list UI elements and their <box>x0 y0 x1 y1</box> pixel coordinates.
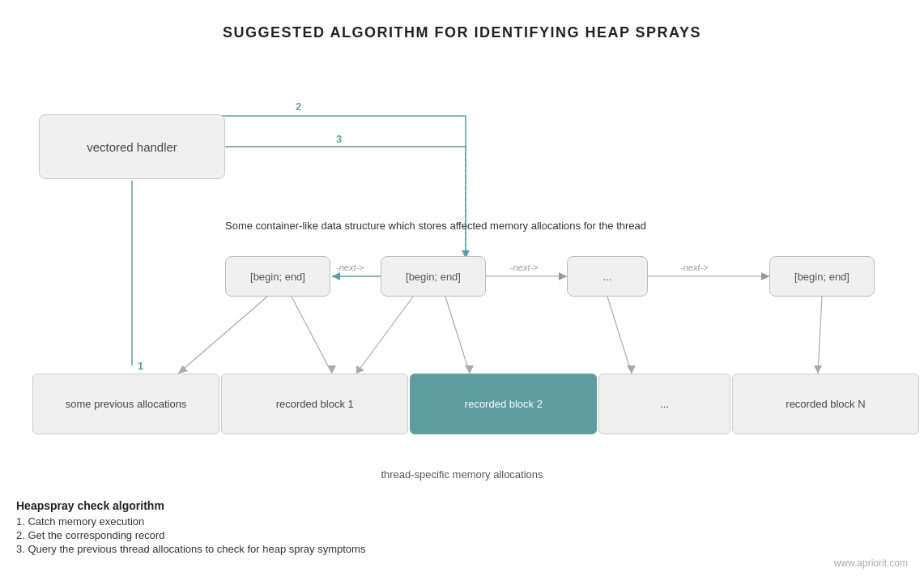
watermark: www.apriorit.com <box>834 558 908 569</box>
svg-text:3: 3 <box>336 133 342 145</box>
svg-marker-25 <box>465 365 474 374</box>
memory-blocks-row: some previous allocations recorded block… <box>32 374 919 434</box>
svg-marker-21 <box>328 365 336 374</box>
algorithm-item-2: 2. Get the corresponding record <box>16 529 908 541</box>
svg-text:-next->: -next-> <box>680 263 709 272</box>
svg-line-28 <box>607 297 632 374</box>
vectored-handler-label: vectored handler <box>87 140 177 154</box>
diagram-area: 2 3 1 -next-> -next-> -next-> <box>16 49 908 503</box>
svg-text:-next->: -next-> <box>336 263 364 272</box>
node2-label: [begin; end] <box>406 271 461 283</box>
mem-block-rec1: recorded block 1 <box>221 374 408 434</box>
mem-block-dots: ... <box>598 374 730 434</box>
node-3: ... <box>567 256 648 297</box>
svg-marker-19 <box>178 365 188 374</box>
mem-label-dots: ... <box>660 398 669 410</box>
algorithm-list: 1. Catch memory execution 2. Get the cor… <box>16 515 908 555</box>
svg-line-26 <box>818 297 822 374</box>
svg-marker-10 <box>332 272 340 280</box>
mem-label-rec1: recorded block 1 <box>276 398 354 410</box>
svg-text:-next->: -next-> <box>510 263 539 272</box>
diagram-container: SUGGESTED ALGORITHM FOR IDENTIFYING HEAP… <box>0 0 924 581</box>
svg-line-20 <box>292 297 332 374</box>
node1-label: [begin; end] <box>250 271 305 283</box>
svg-line-22 <box>356 297 413 374</box>
container-label: Some container-like data structure which… <box>225 220 752 232</box>
node4-label: [begin; end] <box>794 271 849 283</box>
mem-block-prev-alloc: some previous allocations <box>32 374 219 434</box>
main-title: SUGGESTED ALGORITHM FOR IDENTIFYING HEAP… <box>16 16 908 41</box>
thread-label: thread-specific memory allocations <box>16 468 908 481</box>
mem-label-recN: recorded block N <box>786 398 865 410</box>
mem-block-rec2: recorded block 2 <box>410 374 597 434</box>
mem-label-rec2: recorded block 2 <box>465 398 543 410</box>
mem-block-recN: recorded block N <box>732 374 919 434</box>
svg-text:2: 2 <box>296 100 301 113</box>
svg-text:1: 1 <box>138 360 143 372</box>
svg-marker-16 <box>761 272 769 280</box>
svg-marker-13 <box>559 272 567 280</box>
bottom-section: Heapspray check algorithm 1. Catch memor… <box>16 499 908 557</box>
vectored-handler-box: vectored handler <box>39 114 225 179</box>
algorithm-title: Heapspray check algorithm <box>16 499 908 512</box>
algorithm-item-3: 3. Query the previous thread allocations… <box>16 543 908 555</box>
svg-line-18 <box>178 297 267 374</box>
mem-label-prev: some previous allocations <box>66 398 187 410</box>
svg-marker-23 <box>356 365 364 374</box>
svg-line-24 <box>445 297 470 374</box>
node3-label: ... <box>603 271 612 283</box>
node-4: [begin; end] <box>769 256 875 297</box>
algorithm-item-1: 1. Catch memory execution <box>16 515 908 528</box>
svg-marker-29 <box>627 365 636 374</box>
node-2: [begin; end] <box>381 256 486 297</box>
node-1: [begin; end] <box>225 256 330 297</box>
svg-marker-27 <box>814 365 822 374</box>
